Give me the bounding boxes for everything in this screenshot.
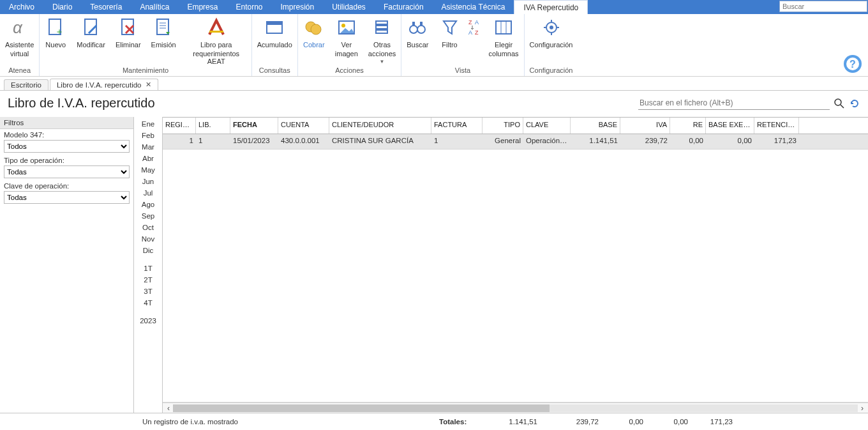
modelo-select[interactable]: Todos — [4, 140, 130, 153]
month-jul[interactable]: Jul — [142, 188, 154, 197]
svg-rect-14 — [267, 22, 282, 25]
menu-asistencia[interactable]: Asistencia Técnica — [433, 0, 514, 14]
col-base-exenta[interactable]: BASE EXENTA — [706, 118, 754, 134]
cell: 1.141,51 — [571, 134, 620, 149]
ribbon-group-label: Vista — [401, 65, 523, 76]
filtro-button[interactable]: Filtro — [434, 17, 466, 49]
svg-line-43 — [841, 105, 844, 108]
quarter-4t[interactable]: 4T — [142, 298, 153, 307]
clave-select[interactable]: Todas — [4, 191, 130, 204]
col-base[interactable]: BASE — [571, 118, 620, 134]
menu-iva-repercutido[interactable]: IVA Repercutido — [514, 0, 588, 14]
close-icon[interactable]: ✕ — [146, 81, 151, 89]
ribbon-btn-label: Modificar — [77, 41, 105, 49]
acumulado-button[interactable]: Acumulado — [252, 17, 297, 49]
global-search-input[interactable] — [779, 1, 867, 12]
asistente-virtual-button[interactable]: α Asistente virtual — [0, 17, 39, 58]
col-re[interactable]: RE — [670, 118, 706, 134]
month-dic[interactable]: Dic — [142, 246, 155, 255]
quarter-2t[interactable]: 2T — [142, 275, 153, 284]
horizontal-scrollbar[interactable]: ‹ › — [163, 403, 868, 413]
otras-acciones-button[interactable]: Otras acciones ▼ — [363, 17, 401, 65]
funnel-icon — [439, 17, 461, 38]
month-nov[interactable]: Nov — [140, 234, 156, 243]
status-text: Un registro de i.v.a. mostrado — [5, 418, 439, 426]
cell: 0,00 — [670, 134, 706, 149]
modificar-button[interactable]: Modificar — [71, 17, 110, 49]
scroll-right-icon[interactable]: › — [858, 404, 867, 413]
ver-imagen-button[interactable]: Ver imagen — [330, 17, 363, 58]
menu-analitica[interactable]: Analítica — [131, 0, 178, 14]
svg-point-23 — [417, 26, 425, 33]
menu-tesoreria[interactable]: Tesorería — [81, 0, 131, 14]
orden-button[interactable]: ZAAZ — [466, 17, 484, 40]
svg-line-4 — [89, 26, 96, 33]
help-icon[interactable]: ? — [842, 54, 863, 74]
col-iva[interactable]: IVA — [620, 118, 670, 134]
accumulated-icon — [264, 17, 285, 38]
file-search-input[interactable] — [638, 96, 830, 110]
col-lib[interactable]: LIB. — [196, 118, 230, 134]
libro-aeat-button[interactable]: Libro para requerimientos AEAT — [181, 17, 251, 65]
cell: CRISTINA SUR GARCÍA — [329, 134, 431, 149]
grid-body: 1 1 15/01/2023 430.0.0.001 CRISTINA SUR … — [163, 134, 868, 403]
ribbon-group-configuracion: Configuración Configuración — [525, 14, 578, 76]
ribbon-group-atenea: α Asistente virtual Atenea — [0, 14, 40, 76]
tab-libro-iva[interactable]: Libro de I.V.A. repercutido ✕ — [50, 79, 158, 90]
total-re: 0,00 — [606, 418, 651, 426]
month-oct[interactable]: Oct — [141, 223, 155, 232]
scroll-thumb[interactable] — [173, 404, 550, 412]
filter-modelo: Modelo 347: Todos — [0, 129, 133, 155]
buscar-button[interactable]: Buscar — [401, 17, 433, 49]
col-cliente[interactable]: CLIENTE/DEUDOR — [329, 118, 431, 134]
col-factura[interactable]: FACTURA — [431, 118, 483, 134]
svg-rect-20 — [376, 26, 387, 29]
quarter-3t[interactable]: 3T — [142, 287, 153, 296]
refresh-icon[interactable] — [849, 98, 860, 109]
cobrar-button[interactable]: Cobrar — [298, 17, 330, 49]
menu-archivo[interactable]: Archivo — [0, 0, 43, 14]
month-jun[interactable]: Jun — [141, 177, 156, 186]
quarter-1t[interactable]: 1T — [142, 264, 153, 273]
svg-rect-24 — [412, 22, 415, 26]
month-sep[interactable]: Sep — [140, 211, 156, 220]
emision-button[interactable]: Emisión — [146, 17, 181, 49]
menu-impresion[interactable]: Impresión — [271, 0, 323, 14]
eliminar-button[interactable]: Eliminar — [110, 17, 146, 49]
col-clave[interactable]: CLAVE — [523, 118, 571, 134]
page-header: Libro de I.V.A. repercutido — [0, 91, 868, 117]
search-icon[interactable] — [834, 98, 845, 109]
menu-facturacion[interactable]: Facturación — [375, 0, 433, 14]
year-2023[interactable]: 2023 — [138, 316, 158, 325]
svg-point-18 — [341, 24, 345, 27]
tab-escritorio[interactable]: Escritorio — [4, 79, 49, 90]
ribbon-btn-label: requerimientos AEAT — [186, 50, 246, 65]
elegir-columnas-button[interactable]: Elegir columnas — [484, 17, 524, 58]
svg-point-16 — [311, 24, 321, 35]
month-feb[interactable]: Feb — [140, 131, 156, 140]
col-registro[interactable]: REGIST… — [163, 118, 196, 134]
month-ene[interactable]: Ene — [140, 119, 156, 128]
scroll-left-icon[interactable]: ‹ — [164, 404, 173, 413]
col-retencion[interactable]: RETENCIÓN — [754, 118, 799, 134]
col-cuenta[interactable]: CUENTA — [278, 118, 329, 134]
filter-clave: Clave de operación: Todas — [0, 180, 133, 206]
ribbon-btn-label: Eliminar — [116, 41, 141, 49]
month-abr[interactable]: Abr — [141, 154, 155, 163]
menu-diario[interactable]: Diario — [43, 0, 81, 14]
tipo-select[interactable]: Todas — [4, 165, 130, 178]
configuracion-button[interactable]: Configuración — [525, 17, 578, 49]
month-mar[interactable]: Mar — [140, 142, 156, 151]
menu-empresa[interactable]: Empresa — [178, 0, 227, 14]
totals-label: Totales: — [439, 418, 484, 426]
month-ago[interactable]: Ago — [140, 200, 156, 209]
menu-utilidades[interactable]: Utilidades — [323, 0, 375, 14]
col-tipo[interactable]: TIPO — [483, 118, 523, 134]
main-area: Filtros Modelo 347: Todos Tipo de operac… — [0, 117, 868, 413]
menu-entorno[interactable]: Entorno — [227, 0, 271, 14]
nuevo-button[interactable]: ＋ Nuevo — [40, 17, 71, 49]
col-fecha[interactable]: FECHA — [230, 118, 278, 134]
table-row[interactable]: 1 1 15/01/2023 430.0.0.001 CRISTINA SUR … — [163, 134, 868, 150]
scroll-track[interactable] — [173, 404, 858, 412]
month-may[interactable]: May — [140, 165, 156, 174]
